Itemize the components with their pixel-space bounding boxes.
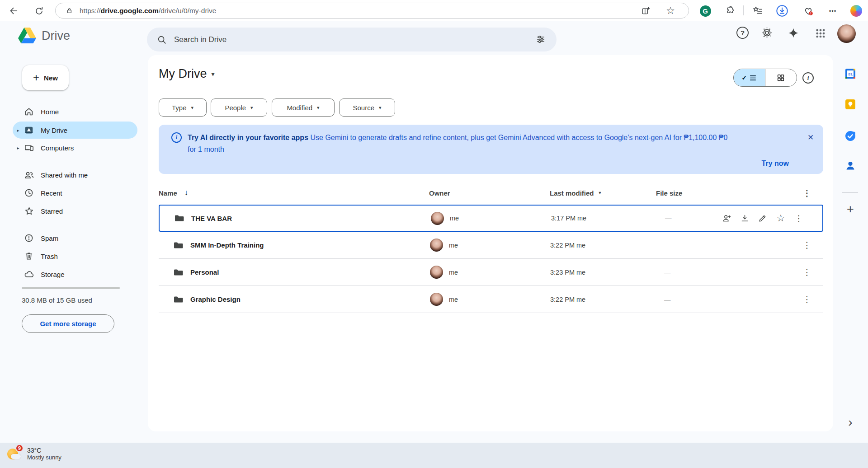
column-header-name[interactable]: Name ↓ — [159, 184, 188, 201]
caret-down-icon: ▾ — [317, 105, 320, 111]
grammarly-extension-icon[interactable]: G — [698, 4, 712, 18]
storage-cloud-icon — [24, 269, 34, 280]
file-row[interactable]: THE VA BAR me 3:17 PM me — ☆ ⋮ — [159, 205, 823, 232]
table-more-options-icon[interactable]: ⋮ — [802, 184, 811, 201]
drive-content-card: My Drive ▾ ✓ i Type▾ People▾ Modified▾ S… — [148, 55, 833, 431]
account-avatar[interactable] — [837, 24, 856, 43]
site-lock-icon[interactable] — [66, 7, 73, 14]
row-more-options-icon[interactable]: ⋮ — [790, 209, 808, 227]
row-more-options-icon[interactable]: ⋮ — [798, 259, 816, 285]
check-icon: ✓ — [741, 74, 747, 81]
storage-usage-bar — [22, 287, 120, 289]
weather-temp: 33°C — [27, 447, 61, 454]
computers-icon — [24, 143, 34, 153]
owner-avatar — [430, 259, 443, 285]
filter-chip-people[interactable]: People▾ — [211, 98, 267, 117]
filter-chip-source[interactable]: Source▾ — [339, 98, 395, 117]
drive-header: Drive ? — [0, 21, 868, 55]
spam-icon — [24, 233, 34, 243]
get-add-ons-icon[interactable]: + — [844, 202, 857, 216]
weather-condition: Mostly sunny — [27, 454, 61, 461]
extensions-puzzle-icon[interactable] — [723, 4, 738, 18]
sidebar-item-computers[interactable]: ▸ Computers — [13, 139, 137, 156]
tasks-icon[interactable] — [844, 129, 857, 143]
trash-icon — [24, 251, 34, 261]
sidebar-item-shared-with-me[interactable]: Shared with me — [13, 166, 137, 183]
column-header-owner[interactable]: Owner — [429, 184, 450, 201]
weather-widget[interactable]: 9 33°C Mostly sunny — [6, 446, 61, 461]
file-row[interactable]: SMM In-Depth Training me 3:22 PM me — ⋮ — [159, 232, 823, 259]
download-icon[interactable] — [736, 209, 754, 227]
show-side-panel-chevron[interactable]: › — [844, 416, 857, 429]
folder-icon — [173, 259, 184, 285]
split-screen-icon[interactable] — [641, 6, 651, 16]
expand-caret-icon[interactable]: ▸ — [13, 128, 24, 133]
downloads-button[interactable] — [775, 4, 789, 18]
file-row[interactable]: Graphic Design me 3:22 PM me — ⋮ — [159, 286, 823, 313]
new-button[interactable]: + New — [22, 65, 69, 90]
svg-text:31: 31 — [848, 71, 853, 76]
sidebar-item-starred[interactable]: Starred — [13, 202, 137, 220]
expand-caret-icon[interactable]: ▸ — [13, 145, 24, 150]
list-view-button[interactable]: ✓ — [734, 69, 765, 86]
gemini-promo-banner: i Try AI directly in your favorite apps … — [159, 125, 823, 174]
grid-view-icon — [777, 74, 785, 82]
calendar-icon[interactable]: 31 — [844, 67, 857, 80]
drive-logo[interactable]: Drive — [18, 28, 70, 44]
address-bar[interactable]: https://drive.google.com/drive/u/0/my-dr… — [55, 3, 689, 19]
favorite-star-icon[interactable]: ☆ — [666, 5, 675, 17]
filter-chip-modified[interactable]: Modified▾ — [272, 98, 335, 117]
browser-essentials-icon[interactable]: ! — [801, 4, 816, 18]
search-input[interactable] — [174, 35, 518, 44]
sort-direction-icon[interactable]: ↓ — [184, 188, 189, 197]
weather-icon: 9 — [6, 446, 23, 461]
details-info-icon[interactable]: i — [802, 72, 814, 84]
file-row[interactable]: Personal me 3:23 PM me — ⋮ — [159, 259, 823, 286]
old-price: ₱1,100.00 — [684, 134, 717, 141]
rename-pencil-icon[interactable] — [754, 209, 772, 227]
settings-gear-icon[interactable] — [761, 27, 773, 39]
drive-logo-text: Drive — [42, 29, 70, 43]
copilot-icon[interactable] — [849, 4, 863, 18]
browser-menu-icon[interactable]: ••• — [826, 4, 840, 18]
share-person-add-icon[interactable] — [717, 209, 736, 227]
new-price: ₱0 — [719, 134, 728, 141]
sidebar-item-spam[interactable]: Spam — [13, 229, 137, 247]
column-header-size[interactable]: File size — [656, 184, 682, 201]
drive-search-bar[interactable] — [147, 28, 557, 51]
file-table-header: Name ↓ Owner Last modified ▼ File size ⋮ — [159, 184, 823, 201]
back-button[interactable] — [6, 4, 21, 18]
page-title[interactable]: My Drive ▾ — [159, 67, 215, 81]
recent-clock-icon — [24, 188, 34, 198]
get-more-storage-button[interactable]: Get more storage — [22, 314, 114, 333]
grid-view-button[interactable] — [765, 69, 797, 86]
row-more-options-icon[interactable]: ⋮ — [798, 286, 816, 313]
help-icon[interactable]: ? — [736, 27, 749, 39]
advanced-search-icon[interactable] — [536, 34, 546, 44]
shared-people-icon — [24, 170, 34, 180]
contacts-icon[interactable] — [844, 159, 857, 173]
home-icon — [24, 107, 34, 117]
gemini-sparkle-icon[interactable] — [788, 27, 799, 39]
sidebar-item-trash[interactable]: Trash — [13, 248, 137, 265]
row-more-options-icon[interactable]: ⋮ — [798, 232, 816, 258]
sidebar-item-my-drive[interactable]: ▸ My Drive — [13, 122, 137, 139]
storage-usage-text: 30.8 MB of 15 GB used — [22, 296, 92, 304]
try-now-link[interactable]: Try now — [762, 159, 789, 168]
sidebar-item-home[interactable]: Home — [13, 103, 137, 120]
favorites-bar-icon[interactable] — [750, 4, 765, 18]
banner-close-icon[interactable]: ✕ — [803, 130, 818, 145]
folder-icon — [173, 286, 184, 313]
svg-text:!: ! — [810, 11, 811, 15]
refresh-button[interactable] — [32, 4, 46, 18]
search-icon[interactable] — [157, 35, 167, 45]
star-icon[interactable]: ☆ — [772, 209, 790, 227]
sidebar-item-storage[interactable]: Storage — [13, 266, 137, 283]
sidebar-item-recent[interactable]: Recent — [13, 184, 137, 201]
toolbar-divider — [743, 5, 744, 15]
filter-chip-type[interactable]: Type▾ — [159, 98, 207, 117]
caret-down-icon: ▾ — [191, 105, 194, 111]
google-apps-grid-icon[interactable] — [816, 28, 825, 37]
column-header-modified[interactable]: Last modified ▼ — [550, 184, 602, 201]
keep-icon[interactable] — [844, 98, 857, 111]
